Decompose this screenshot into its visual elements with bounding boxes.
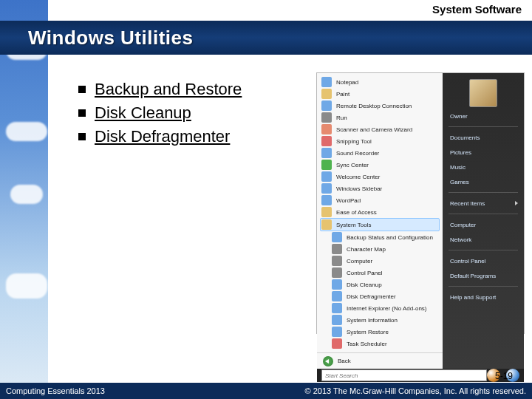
places-item[interactable]: Recent Items <box>443 196 524 211</box>
places-item[interactable]: Owner <box>443 109 524 123</box>
program-icon <box>321 112 332 123</box>
places-item[interactable]: Pictures <box>443 145 524 160</box>
program-item[interactable]: Internet Explorer (No Add-ons) <box>321 302 438 314</box>
program-icon <box>321 89 332 99</box>
program-item[interactable]: Snipping Tool <box>321 135 438 147</box>
program-label: Run <box>336 115 347 121</box>
program-item[interactable]: Ease of Access <box>321 206 438 218</box>
program-label: Internet Explorer (No Add-ons) <box>347 305 427 312</box>
bullet-item: Disk Cleanup <box>78 103 300 123</box>
program-item[interactable]: Sound Recorder <box>321 147 438 159</box>
program-label: Character Map <box>347 246 386 253</box>
program-item[interactable]: Windows Sidebar <box>321 183 438 194</box>
places-item[interactable]: Documents <box>443 130 524 145</box>
program-icon <box>332 244 342 254</box>
start-menu-screenshot: NotepadPaintRemote Desktop ConnectionRun… <box>316 72 525 334</box>
slide: System Software Windows Utilities Backup… <box>0 0 532 399</box>
program-icon <box>321 77 332 87</box>
program-label: Backup Status and Configuration <box>347 234 433 241</box>
places-item[interactable]: Music <box>443 160 524 174</box>
program-item[interactable]: Control Panel <box>321 267 438 279</box>
program-label: Remote Desktop Connection <box>336 103 412 109</box>
program-icon <box>321 100 332 111</box>
bullet-square-icon <box>78 133 86 140</box>
start-menu-places-pane: OwnerDocumentsPicturesMusicGamesRecent I… <box>443 73 524 369</box>
program-item[interactable]: Disk Defragmenter <box>321 290 438 302</box>
places-item[interactable]: Help and Support <box>443 290 524 304</box>
places-item[interactable]: Computer <box>443 217 524 232</box>
program-label: Paint <box>336 91 349 98</box>
program-item[interactable]: Sync Center <box>321 159 438 171</box>
bullet-square-icon <box>78 109 86 117</box>
back-label: Back <box>338 358 351 364</box>
footer-right: © 2013 The Mc.Graw-Hill Companies, Inc. … <box>304 386 526 395</box>
program-icon <box>332 291 342 301</box>
title-bar: Windows Utilities <box>0 21 532 55</box>
program-label: Disk Cleanup <box>347 282 382 288</box>
footer-bar: Computing Essentials 2013 © 2013 The Mc.… <box>0 383 532 399</box>
bullet-list: Backup and RestoreDisk CleanupDisk Defra… <box>78 80 300 151</box>
places-item[interactable]: Control Panel <box>443 253 524 268</box>
bullet-link[interactable]: Disk Defragmenter <box>95 127 230 146</box>
program-icon <box>321 148 332 158</box>
program-icon <box>332 327 342 337</box>
program-item[interactable]: System Tools <box>320 218 440 231</box>
bullet-link[interactable]: Disk Cleanup <box>95 103 191 123</box>
program-item[interactable]: Remote Desktop Connection <box>321 100 438 112</box>
program-icon <box>321 136 332 146</box>
program-icon <box>321 183 332 194</box>
separator <box>449 126 518 127</box>
program-label: Scanner and Camera Wizard <box>336 126 412 133</box>
places-item[interactable]: Network <box>443 232 524 247</box>
program-label: Ease of Access <box>336 209 377 216</box>
program-item[interactable]: Scanner and Camera Wizard <box>321 123 438 135</box>
program-item[interactable]: WordPad <box>321 194 438 206</box>
program-label: System Information <box>347 317 398 324</box>
bullet-item: Backup and Restore <box>78 80 300 99</box>
places-item[interactable]: Default Programs <box>443 268 524 283</box>
program-item[interactable]: Character Map <box>321 243 438 255</box>
back-row[interactable]: Back <box>317 352 443 369</box>
program-item[interactable]: Task Scheduler <box>321 338 438 349</box>
program-icon <box>321 219 332 230</box>
program-item[interactable]: Backup Status and Configuration <box>321 231 438 243</box>
program-item[interactable]: Computer <box>321 255 438 267</box>
program-label: Snipping Tool <box>336 138 372 145</box>
search-row <box>317 369 524 382</box>
program-label: System Tools <box>336 222 371 228</box>
program-item[interactable]: Run <box>321 112 438 123</box>
program-item[interactable]: Notepad <box>321 76 438 88</box>
program-item[interactable]: Disk Cleanup <box>321 279 438 290</box>
program-icon <box>321 124 332 134</box>
program-label: Welcome Center <box>336 174 380 180</box>
program-label: Sync Center <box>336 162 369 168</box>
separator <box>449 286 518 287</box>
program-item[interactable]: System Information <box>321 314 438 326</box>
program-icon <box>332 315 342 325</box>
program-item[interactable]: Paint <box>321 88 438 100</box>
program-label: Task Scheduler <box>347 341 387 347</box>
start-menu-programs-pane: NotepadPaintRemote Desktop ConnectionRun… <box>317 73 443 369</box>
program-label: Control Panel <box>347 270 382 276</box>
program-item[interactable]: System Restore <box>321 326 438 338</box>
user-avatar <box>469 79 497 107</box>
program-label: Windows Sidebar <box>336 185 382 192</box>
program-icon <box>332 338 342 349</box>
program-label: Computer <box>347 258 372 265</box>
bullet-link[interactable]: Backup and Restore <box>95 80 242 99</box>
program-label: WordPad <box>336 197 361 204</box>
program-icon <box>332 303 342 313</box>
program-icon <box>332 256 342 266</box>
program-label: Notepad <box>336 79 358 86</box>
bullet-square-icon <box>78 86 86 93</box>
start-search-input[interactable] <box>321 369 487 381</box>
program-label: Sound Recorder <box>336 150 379 157</box>
program-label: Disk Defragmenter <box>347 293 396 300</box>
chapter-label: System Software <box>432 3 522 16</box>
places-item[interactable]: Games <box>443 174 524 189</box>
back-arrow-icon <box>323 356 333 366</box>
separator <box>449 250 518 250</box>
submenu-arrow-icon <box>515 201 518 205</box>
page-number: 5-19 <box>495 371 513 381</box>
program-item[interactable]: Welcome Center <box>321 171 438 183</box>
